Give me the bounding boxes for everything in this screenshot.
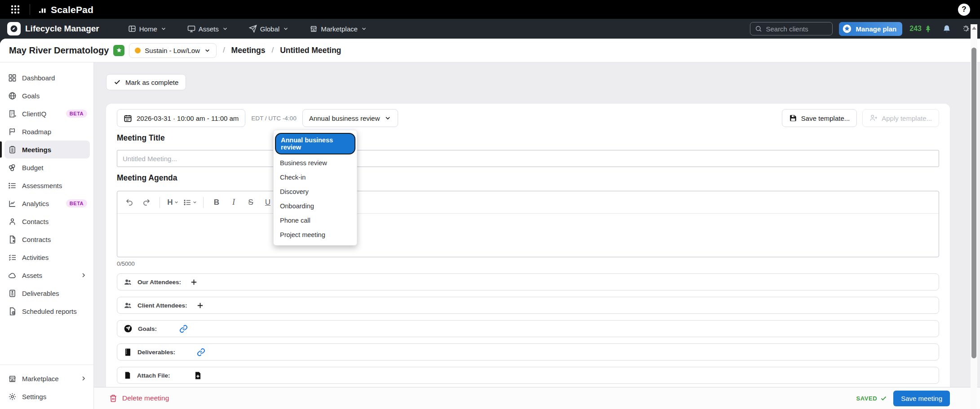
sidebar-item-deliverables[interactable]: Deliverables	[0, 284, 93, 302]
mark-as-complete-button[interactable]: Mark as complete	[106, 74, 186, 90]
sidebar-item-budget[interactable]: Budget	[0, 158, 93, 176]
check-icon	[114, 79, 121, 86]
sidebar-item-meetings[interactable]: Meetings	[0, 141, 93, 158]
add-file-icon[interactable]	[194, 371, 202, 380]
sidebar-item-settings[interactable]: Settings	[0, 387, 93, 405]
template-option-business-review[interactable]: Business review	[274, 156, 357, 170]
apply-template-button[interactable]: Apply template...	[862, 109, 939, 127]
sidebar-item-marketplace[interactable]: Marketplace	[0, 369, 93, 387]
chevron-down-icon	[192, 200, 197, 205]
client-name: May River Dermatology	[9, 45, 109, 56]
divider	[30, 4, 30, 15]
template-option-onboarding[interactable]: Onboarding	[274, 199, 357, 213]
breadcrumb-section[interactable]: Meetings	[231, 46, 266, 55]
checklist-icon	[8, 253, 17, 262]
sidebar-item-contracts[interactable]: Contracts	[0, 230, 93, 248]
bold-button[interactable]: B	[209, 195, 224, 210]
save-meeting-button[interactable]: Save meeting	[893, 391, 950, 406]
devices-icon	[187, 25, 195, 33]
deliverable-doc-icon	[124, 348, 132, 356]
search-clients-input[interactable]: Search clients	[750, 22, 833, 35]
sidebar-divider	[0, 365, 93, 365]
link-deliverable-icon[interactable]	[197, 348, 205, 356]
save-template-button[interactable]: Save template...	[782, 109, 857, 127]
settings-gear-icon[interactable]	[961, 24, 970, 33]
file-icon	[124, 371, 132, 379]
vertical-scrollbar[interactable]	[971, 24, 977, 409]
app-grid-icon[interactable]	[10, 4, 21, 15]
sidebar: Dashboard Goals ClientIQ BETA Roadmap	[0, 62, 94, 409]
credits-counter[interactable]: 243	[909, 25, 932, 33]
template-option-annual-business-review[interactable]: Annual business review	[275, 133, 355, 154]
delete-meeting-button[interactable]: Delete meeting	[109, 394, 169, 402]
template-option-check-in[interactable]: Check-in	[274, 170, 357, 185]
heading-style-button[interactable]: H	[165, 195, 181, 210]
template-select-trigger[interactable]: Annual business review	[302, 109, 399, 127]
sidebar-item-scheduled-reports[interactable]: Scheduled reports	[0, 302, 93, 320]
globe-icon	[8, 92, 17, 100]
redo-icon[interactable]	[139, 195, 154, 210]
check-icon	[880, 395, 887, 402]
floppy-disk-icon	[789, 114, 797, 122]
template-option-project-meeting[interactable]: Project meeting	[274, 228, 357, 242]
favorite-star-badge[interactable]	[113, 45, 124, 56]
meeting-agenda-heading: Meeting Agenda	[117, 173, 939, 183]
template-dropdown-menu: Annual business review Business review C…	[273, 130, 357, 246]
sidebar-item-activities[interactable]: Activities	[0, 248, 93, 266]
strikethrough-button[interactable]: S	[243, 195, 258, 210]
list-style-button[interactable]	[182, 195, 198, 210]
scrollbar-thumb[interactable]	[971, 48, 976, 358]
sidebar-item-roadmap[interactable]: Roadmap	[0, 123, 93, 141]
italic-button[interactable]: I	[226, 195, 241, 210]
nav-item-home[interactable]: Home	[128, 25, 167, 33]
star-circle-icon	[842, 24, 852, 34]
notifications-bell-icon[interactable]	[942, 24, 951, 33]
tree-icon	[924, 25, 932, 33]
help-icon[interactable]	[958, 4, 970, 16]
manage-plan-button[interactable]: Manage plan	[839, 22, 902, 36]
scroll-up-arrow-icon[interactable]	[972, 26, 976, 30]
chart-line-icon	[8, 199, 17, 208]
meeting-datetime-picker[interactable]: 2026-03-31 · 10:00 am - 11:00 am	[117, 109, 245, 127]
beta-badge: BETA	[66, 199, 87, 207]
sidebar-item-assessments[interactable]: Assessments	[0, 176, 93, 194]
link-goal-icon[interactable]	[179, 325, 188, 333]
add-attendee-icon[interactable]	[190, 278, 198, 286]
client-status-dropdown[interactable]: Sustain - Low/Low	[129, 43, 217, 58]
action-footer: Delete meeting SAVED Save meeting	[94, 387, 980, 409]
add-attendee-icon[interactable]	[196, 302, 204, 309]
client-attendees-row: Client Attendees:	[117, 297, 939, 314]
nav-item-global[interactable]: Global	[249, 25, 289, 33]
storefront-icon	[310, 25, 318, 33]
search-placeholder: Search clients	[766, 25, 808, 33]
template-option-phone-call[interactable]: Phone call	[274, 213, 357, 228]
sidebar-item-analytics[interactable]: Analytics BETA	[0, 194, 93, 212]
person-arrow-icon	[869, 114, 878, 122]
person-icon	[8, 217, 17, 226]
report-doc-icon	[8, 289, 17, 298]
content-sheet: May River Dermatology Sustain - Low/Low …	[0, 39, 980, 409]
nav-item-assets[interactable]: Assets	[187, 25, 228, 33]
deliverables-row: Deliverables:	[117, 343, 939, 361]
agenda-text-area[interactable]	[117, 214, 939, 257]
product-title: Lifecycle Manager	[25, 24, 99, 34]
coins-icon	[8, 163, 17, 172]
sidebar-item-contacts[interactable]: Contacts	[0, 212, 93, 230]
product-navbar: Lifecycle Manager Home Assets Global Mar…	[0, 19, 980, 39]
meeting-title-input[interactable]	[117, 150, 939, 167]
scalepad-logo[interactable]: ScalePad	[39, 4, 93, 15]
lifecycle-manager-logo-icon[interactable]	[7, 22, 21, 35]
meeting-title-heading: Meeting Title	[117, 133, 939, 143]
template-option-discovery[interactable]: Discovery	[274, 185, 357, 199]
gear-icon	[8, 392, 17, 401]
nav-item-marketplace[interactable]: Marketplace	[310, 25, 367, 33]
trash-icon	[109, 394, 117, 402]
chevron-down-icon	[222, 26, 228, 32]
sidebar-item-goals[interactable]: Goals	[0, 87, 93, 105]
sidebar-item-dashboard[interactable]: Dashboard	[0, 69, 93, 87]
breadcrumb: May River Dermatology Sustain - Low/Low …	[0, 39, 980, 62]
undo-icon[interactable]	[122, 195, 137, 210]
sidebar-item-assets[interactable]: Assets	[0, 266, 93, 284]
sidebar-item-clientiq[interactable]: ClientIQ BETA	[0, 105, 93, 123]
timezone-label: EDT / UTC -4:00	[251, 115, 296, 122]
